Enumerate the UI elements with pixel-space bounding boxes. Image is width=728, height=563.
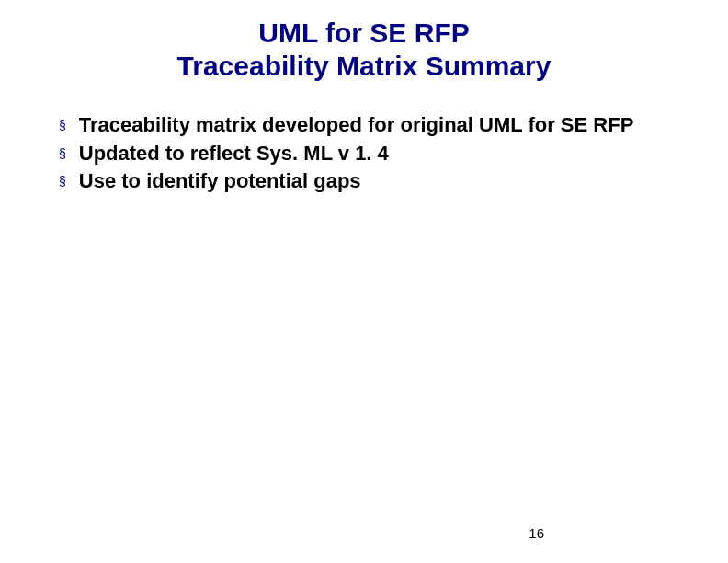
title-line-2: Traceability Matrix Summary <box>177 51 552 81</box>
page-number: 16 <box>529 525 544 541</box>
bullet-list: § Traceability matrix developed for orig… <box>46 112 682 195</box>
bullet-text: Use to identify potential gaps <box>79 168 361 195</box>
title-line-1: UML for SE RFP <box>258 17 469 48</box>
slide: UML for SE RFP Traceability Matrix Summa… <box>0 0 728 563</box>
bullet-text: Traceability matrix developed for origin… <box>79 112 634 139</box>
list-item: § Use to identify potential gaps <box>59 168 682 195</box>
bullet-icon: § <box>59 118 66 132</box>
list-item: § Updated to reflect Sys. ML v 1. 4 <box>59 141 682 167</box>
list-item: § Traceability matrix developed for orig… <box>59 112 682 139</box>
bullet-text: Updated to reflect Sys. ML v 1. 4 <box>79 141 389 167</box>
bullet-icon: § <box>59 174 66 189</box>
bullet-icon: § <box>59 146 66 161</box>
slide-title: UML for SE RFP Traceability Matrix Summa… <box>46 17 682 83</box>
